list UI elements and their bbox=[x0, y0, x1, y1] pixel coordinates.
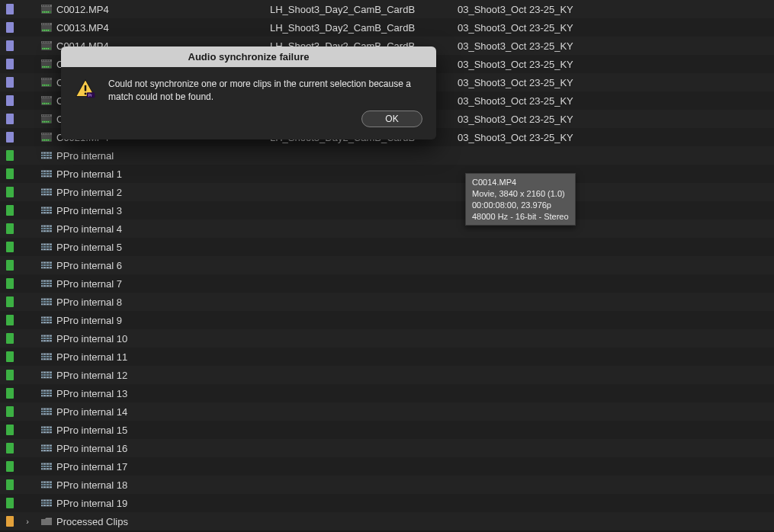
sequence-row[interactable]: PPro internal 15 bbox=[0, 421, 774, 439]
label-chip[interactable] bbox=[3, 187, 17, 197]
sequence-row[interactable]: PPro internal 11 bbox=[0, 348, 774, 366]
sequence-name[interactable]: PPro internal 2 bbox=[55, 187, 270, 198]
label-chip[interactable] bbox=[3, 22, 17, 33]
ok-button[interactable]: OK bbox=[361, 111, 422, 127]
sequence-row[interactable]: PPro internal 6 bbox=[0, 256, 774, 274]
sequence-name[interactable]: PPro internal bbox=[55, 150, 270, 162]
clip-row[interactable]: C0012.MP4 LH_Shoot3_Day2_CamB_CardB 03_S… bbox=[0, 0, 774, 18]
clip-description: 03_Shoot3_Oct 23-25_KY bbox=[458, 40, 686, 52]
label-chip[interactable] bbox=[3, 296, 17, 307]
label-chip[interactable] bbox=[3, 242, 17, 252]
dialog-message: Could not synchronize one or more clips … bbox=[108, 78, 422, 104]
video-clip-icon bbox=[38, 3, 55, 15]
tooltip-format: Movie, 3840 x 2160 (1.0) bbox=[472, 188, 569, 200]
sequence-row[interactable]: PPro internal 16 bbox=[0, 439, 774, 457]
label-chip[interactable] bbox=[3, 370, 17, 380]
sequence-name[interactable]: PPro internal 14 bbox=[55, 406, 270, 418]
sequence-row[interactable]: PPro internal 2 bbox=[0, 183, 774, 201]
sequence-row[interactable]: PPro internal 7 bbox=[0, 274, 774, 293]
label-chip[interactable] bbox=[3, 498, 17, 508]
label-chip[interactable] bbox=[3, 4, 17, 14]
clip-description: 03_Shoot3_Oct 23-25_KY bbox=[458, 95, 686, 107]
clip-name[interactable]: C0013.MP4 bbox=[55, 22, 270, 34]
label-chip[interactable] bbox=[3, 150, 17, 161]
sequence-row[interactable]: PPro internal 19 bbox=[0, 494, 774, 512]
sequence-row[interactable]: PPro internal 5 bbox=[0, 238, 774, 256]
sequence-name[interactable]: PPro internal 17 bbox=[55, 461, 270, 473]
bin-icon bbox=[38, 515, 55, 527]
label-chip[interactable] bbox=[3, 425, 17, 435]
sequence-row[interactable]: PPro internal 9 bbox=[0, 311, 774, 329]
sequence-name[interactable]: PPro internal 4 bbox=[55, 223, 270, 235]
sequence-row[interactable]: PPro internal 8 bbox=[0, 293, 774, 311]
clip-tooltip: C0014.MP4 Movie, 3840 x 2160 (1.0) 00:00… bbox=[465, 173, 576, 226]
label-chip[interactable] bbox=[3, 59, 17, 69]
label-chip[interactable] bbox=[3, 333, 17, 344]
bin-name[interactable]: Processed Clips bbox=[55, 516, 270, 527]
sequence-icon bbox=[38, 149, 55, 162]
clip-name[interactable]: C0012.MP4 bbox=[55, 4, 270, 15]
sequence-name[interactable]: PPro internal 16 bbox=[55, 443, 270, 454]
sequence-icon bbox=[38, 479, 55, 491]
sequence-row[interactable]: PPro internal 13 bbox=[0, 384, 774, 402]
bin-row[interactable]: › Processed Clips bbox=[0, 512, 774, 530]
sequence-icon bbox=[38, 296, 55, 308]
label-chip[interactable] bbox=[3, 205, 17, 216]
sequence-name[interactable]: PPro internal 1 bbox=[55, 168, 270, 180]
sequence-icon bbox=[38, 204, 55, 216]
label-chip[interactable] bbox=[3, 77, 17, 88]
sequence-icon bbox=[38, 332, 55, 345]
label-chip[interactable] bbox=[3, 315, 17, 325]
sequence-name[interactable]: PPro internal 15 bbox=[55, 425, 270, 436]
sequence-row[interactable]: PPro internal 18 bbox=[0, 476, 774, 494]
sequence-row[interactable]: PPro internal 1 bbox=[0, 165, 774, 183]
label-chip[interactable] bbox=[3, 406, 17, 417]
sequence-row[interactable]: PPro internal bbox=[0, 146, 774, 165]
clip-description: 03_Shoot3_Oct 23-25_KY bbox=[458, 114, 686, 125]
sequence-name[interactable]: PPro internal 19 bbox=[55, 498, 270, 509]
sequence-name[interactable]: PPro internal 3 bbox=[55, 205, 270, 216]
clip-row[interactable]: C0013.MP4 LH_Shoot3_Day2_CamB_CardB 03_S… bbox=[0, 18, 774, 37]
sequence-name[interactable]: PPro internal 8 bbox=[55, 296, 270, 308]
sequence-name[interactable]: PPro internal 10 bbox=[55, 333, 270, 345]
video-clip-icon bbox=[38, 113, 55, 125]
sequence-name[interactable]: PPro internal 5 bbox=[55, 242, 270, 253]
label-chip[interactable] bbox=[3, 278, 17, 289]
sequence-row[interactable]: PPro internal 17 bbox=[0, 457, 774, 476]
sequence-row[interactable]: PPro internal 12 bbox=[0, 366, 774, 384]
label-chip[interactable] bbox=[3, 351, 17, 362]
sequence-row[interactable]: PPro internal 3 bbox=[0, 201, 774, 220]
sequence-name[interactable]: PPro internal 9 bbox=[55, 315, 270, 326]
warning-icon bbox=[75, 78, 96, 99]
sequence-name[interactable]: PPro internal 11 bbox=[55, 351, 270, 363]
sequence-row[interactable]: PPro internal 4 bbox=[0, 220, 774, 238]
label-chip[interactable] bbox=[3, 223, 17, 234]
label-chip[interactable] bbox=[3, 114, 17, 124]
sequence-name[interactable]: PPro internal 6 bbox=[55, 260, 270, 271]
expand-toggle[interactable]: › bbox=[17, 517, 38, 526]
sequence-icon bbox=[38, 369, 55, 381]
video-clip-icon bbox=[38, 21, 55, 34]
label-chip[interactable] bbox=[3, 95, 17, 106]
sequence-name[interactable]: PPro internal 18 bbox=[55, 479, 270, 491]
label-chip[interactable] bbox=[3, 479, 17, 490]
label-chip[interactable] bbox=[3, 443, 17, 453]
label-chip[interactable] bbox=[3, 388, 17, 399]
sequence-name[interactable]: PPro internal 12 bbox=[55, 370, 270, 381]
label-chip[interactable] bbox=[3, 40, 17, 51]
label-chip[interactable] bbox=[3, 260, 17, 271]
sequence-row[interactable]: PPro internal 10 bbox=[0, 329, 774, 348]
clip-description: 03_Shoot3_Oct 23-25_KY bbox=[458, 4, 686, 15]
label-chip[interactable] bbox=[3, 461, 17, 472]
sequence-icon bbox=[38, 460, 55, 473]
clip-description: 03_Shoot3_Oct 23-25_KY bbox=[458, 77, 686, 88]
label-chip[interactable] bbox=[3, 132, 17, 143]
video-clip-icon bbox=[38, 76, 55, 88]
sequence-icon bbox=[38, 424, 55, 436]
sequence-name[interactable]: PPro internal 7 bbox=[55, 278, 270, 290]
sequence-icon bbox=[38, 442, 55, 454]
label-chip[interactable] bbox=[3, 516, 17, 527]
label-chip[interactable] bbox=[3, 168, 17, 179]
sequence-row[interactable]: PPro internal 14 bbox=[0, 402, 774, 421]
sequence-name[interactable]: PPro internal 13 bbox=[55, 388, 270, 399]
